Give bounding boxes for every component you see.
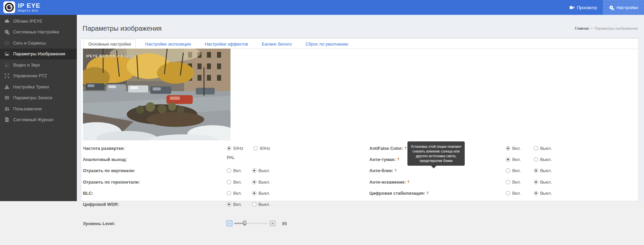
radio-option-label[interactable]: Вкл.	[512, 191, 521, 196]
sidebar-item-label: Управление PTZ	[13, 73, 47, 78]
radio-selected[interactable]	[227, 146, 231, 151]
radio-option-label[interactable]: Выкл.	[540, 168, 552, 173]
slider-minus-button[interactable]: −	[227, 221, 232, 226]
setting-row: BLC:Вкл.Выкл.	[83, 188, 299, 199]
sidebar-item-label: Параметры Изображения	[13, 51, 65, 56]
radio-option-label[interactable]: Выкл.	[540, 157, 552, 162]
sidebar-item[interactable]: Сеть и Сервисы	[0, 37, 77, 49]
topnav-item-label: Настройки	[616, 5, 638, 10]
breadcrumb: Главная>Параметры изображения	[575, 26, 638, 30]
setting-static-value: PAL	[227, 155, 235, 160]
slider-track[interactable]	[234, 223, 268, 224]
setting-row: Аналоговый выход:PAL	[83, 154, 299, 165]
slider-handle[interactable]	[243, 221, 246, 224]
setting-row: Отразить по вертикали:Вкл.Выкл.	[83, 165, 299, 176]
sidebar-item[interactable]: Видео и Звук	[0, 59, 77, 71]
radio-option-label[interactable]: Вкл.	[512, 146, 521, 151]
radio-selected[interactable]	[252, 191, 256, 195]
ipeye-eye-icon	[3, 1, 15, 13]
help-question-icon[interactable]: ?	[397, 158, 399, 161]
setting-label: Цифровой WDR:	[83, 202, 119, 207]
setting-control: Вкл.Выкл.	[506, 165, 565, 176]
camera-scene	[83, 49, 231, 140]
video-camera-icon	[570, 5, 575, 10]
radio-unselected[interactable]	[227, 168, 231, 173]
breadcrumb-home-link[interactable]: Главная	[575, 26, 589, 30]
main-content: Параметры изображения Главная>Параметры …	[77, 15, 644, 201]
setting-label: Частота развертки:	[83, 146, 125, 151]
radio-selected[interactable]	[534, 180, 538, 184]
sidebar-item[interactable]: Системные Настройки	[0, 27, 77, 38]
radio-unselected[interactable]	[534, 146, 538, 151]
sidebar-item[interactable]: Облако IPEYE	[0, 16, 77, 27]
radio-unselected[interactable]	[534, 157, 538, 162]
tab[interactable]: Сброс по умолчанию	[301, 39, 352, 49]
sidebar-item-label: Пользователи	[13, 106, 42, 111]
topnav-item-view[interactable]: Просмотр	[563, 0, 603, 15]
globe-icon	[4, 40, 9, 46]
radio-unselected[interactable]	[253, 146, 258, 151]
setting-label: BLC:	[83, 191, 93, 196]
radio-option-label[interactable]: Вкл.	[233, 180, 242, 185]
radio-unselected[interactable]	[252, 202, 256, 207]
setting-label: Цифровая стабилизация:	[369, 191, 425, 196]
sidebar-item[interactable]: Настройка Тревог	[0, 81, 77, 92]
tooltip-text-line: снизить влияние солнца или	[409, 149, 463, 154]
tab[interactable]: Настройки эффектов	[200, 39, 252, 49]
help-question-icon[interactable]: ?	[427, 191, 429, 195]
radio-selected[interactable]	[506, 146, 510, 151]
radio-option-label[interactable]: Выкл.	[258, 202, 270, 207]
setting-row: Цифровой WDR:Вкл.Выкл.	[83, 199, 299, 210]
settings-card: Основные настройкиНастройки экспозицииНа…	[81, 38, 639, 201]
video-file-icon	[4, 62, 9, 67]
radio-selected[interactable]	[506, 157, 510, 162]
gears-icon	[4, 29, 9, 34]
level-value: 85	[282, 221, 287, 226]
sidebar-item[interactable]: Параметры Изображения	[0, 49, 77, 60]
setting-label: Анти-туман:	[369, 157, 396, 162]
radio-unselected[interactable]	[506, 180, 510, 184]
radio-option-label[interactable]: Вкл.	[233, 202, 242, 207]
topnav-item-settings[interactable]: Настройки	[603, 0, 644, 15]
sidebar-item[interactable]: Параметры Записи	[0, 92, 77, 104]
radio-option-label[interactable]: 60Hz	[260, 146, 270, 151]
slider-plus-button[interactable]: +	[270, 221, 275, 226]
radio-option-label[interactable]: Выкл.	[258, 180, 270, 185]
radio-option-label[interactable]: Вкл.	[512, 157, 521, 162]
help-question-icon[interactable]: ?	[407, 180, 409, 184]
radio-unselected[interactable]	[506, 191, 510, 195]
radio-selected[interactable]	[534, 191, 538, 195]
app-logo[interactable]: IP EYE видеть все	[3, 1, 40, 13]
setting-control: Вкл.Выкл.	[506, 143, 565, 154]
radio-option-label[interactable]: Выкл.	[540, 146, 552, 151]
sidebar-item[interactable]: Управление PTZ	[0, 71, 77, 82]
radio-option-label[interactable]: Выкл.	[540, 180, 552, 185]
topbar: IP EYE видеть все ПросмотрНастройки	[0, 0, 644, 15]
breadcrumb-current: Параметры изображения	[594, 26, 638, 30]
radio-option-label[interactable]: 50Hz	[233, 146, 243, 151]
help-question-icon[interactable]: ?	[395, 169, 397, 172]
radio-option-label[interactable]: Выкл.	[540, 191, 552, 196]
radio-unselected[interactable]	[227, 191, 231, 195]
radio-option-label[interactable]: Выкл.	[258, 168, 270, 173]
radio-selected[interactable]	[252, 180, 256, 184]
sidebar-item[interactable]: Пользователи	[0, 103, 77, 114]
radio-unselected[interactable]	[227, 180, 231, 184]
radio-selected[interactable]	[252, 168, 256, 173]
radio-option-label[interactable]: Выкл.	[258, 191, 270, 196]
journal-icon	[4, 117, 9, 122]
tab[interactable]: Основные настройки	[84, 39, 136, 49]
tab[interactable]: Настройки экспозиции	[141, 39, 195, 49]
radio-option-label[interactable]: Вкл.	[512, 168, 521, 173]
sidebar-item[interactable]: Системный Журнал	[0, 114, 77, 126]
tab[interactable]: Баланс белого	[257, 39, 296, 49]
tooltip-text-line: Установка этой опции поможет	[409, 144, 463, 149]
radio-unselected[interactable]	[506, 168, 510, 173]
help-question-icon[interactable]: ?	[404, 146, 406, 150]
radio-option-label[interactable]: Вкл.	[233, 191, 242, 196]
sidebar-item-label: Параметры Записи	[13, 95, 52, 100]
radio-selected[interactable]	[227, 202, 231, 207]
radio-option-label[interactable]: Вкл.	[512, 180, 521, 185]
radio-option-label[interactable]: Вкл.	[233, 168, 242, 173]
radio-selected[interactable]	[534, 168, 538, 173]
